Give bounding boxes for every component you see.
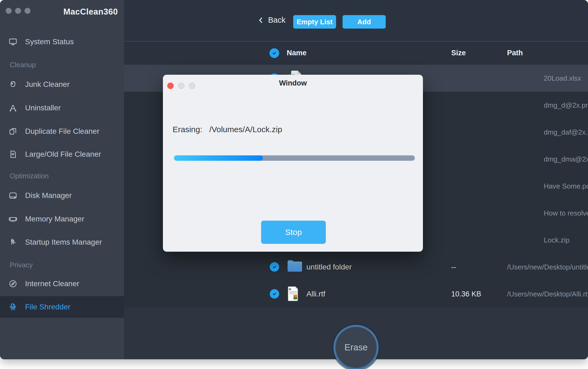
vacuum-icon (8, 80, 18, 89)
chevron-left-icon (257, 17, 264, 24)
row-checkbox[interactable] (270, 262, 279, 272)
table-header: Name Size Path (124, 42, 588, 65)
back-label: Back (268, 16, 285, 25)
back-button[interactable]: Back (257, 16, 285, 25)
sidebar-item-disk-manager[interactable]: Disk Manager (0, 185, 124, 206)
sidebar-item-label: Duplicate File Cleaner (25, 127, 99, 136)
window-close-dot[interactable] (6, 8, 12, 14)
compass-icon (8, 279, 18, 289)
sidebar: MacClean360 System StatusCleanupJunk Cle… (0, 0, 124, 359)
progress-dialog: Window Erasing:/Volumes/A/Lock.zip Stop (163, 75, 423, 252)
screen: MacClean360 System StatusCleanupJunk Cle… (0, 0, 588, 369)
sidebar-item-label: Startup Items Manager (25, 238, 102, 247)
rtf-file-icon (287, 286, 302, 302)
file-path: How to resolve the mac app can no... (544, 200, 588, 227)
dialog-title: Window (163, 79, 423, 87)
file-path: Lock.zip (544, 227, 569, 254)
sidebar-item-internet-cleaner[interactable]: Internet Cleaner (0, 273, 124, 295)
rocket-icon (8, 237, 18, 247)
app-window: MacClean360 System StatusCleanupJunk Cle… (0, 0, 588, 359)
table-row[interactable]: untitled folder--/Users/new/Desktop/unti… (124, 254, 588, 281)
file-size: -- (451, 254, 456, 281)
erasing-path: /Volumes/A/Lock.zip (209, 125, 282, 134)
sidebar-item-label: Large/Old File Cleaner (25, 150, 101, 159)
sidebar-item-label: Uninstaller (25, 104, 61, 112)
select-all-checkbox[interactable] (269, 48, 279, 58)
progress-fill (174, 155, 263, 161)
header-name: Name (287, 49, 307, 57)
file-path: dmg_d@2x.png (544, 92, 588, 119)
sidebar-item-label: Memory Manager (25, 215, 84, 223)
check-icon (272, 291, 277, 297)
sidebar-item-large-old-file-cleaner[interactable]: Large/Old File Cleaner (0, 144, 124, 165)
file-path: /Users/new/Desktop/Alli.rtf (507, 281, 588, 308)
sidebar-item-memory-manager[interactable]: Memory Manager (0, 208, 124, 230)
erase-button[interactable]: Erase (333, 325, 379, 369)
table-row[interactable]: Alli.rtf10.36 KB/Users/new/Desktop/Alli.… (124, 281, 588, 308)
progress-bar (174, 155, 415, 161)
disk-icon (8, 191, 18, 200)
sidebar-item-label: Junk Cleaner (25, 80, 70, 89)
erase-label: Erase (344, 342, 368, 353)
file-path: 20Load.xlsx (544, 65, 581, 92)
file-path: Have Some.pdf (544, 173, 588, 200)
sidebar-item-file-shredder[interactable]: File Shredder (0, 296, 124, 318)
sidebar-item-label: Disk Manager (25, 191, 72, 200)
sidebar-section-label: Optimization (10, 172, 49, 180)
tools-icon (8, 103, 18, 113)
stop-button[interactable]: Stop (261, 221, 326, 244)
row-checkbox[interactable] (270, 289, 279, 299)
file-name: untitled folder (306, 254, 352, 281)
erasing-status: Erasing:/Volumes/A/Lock.zip (173, 125, 282, 134)
erasing-label: Erasing: (173, 125, 202, 134)
header-path: Path (507, 49, 523, 57)
window-zoom-dot[interactable] (25, 8, 30, 14)
file-path: dmg_dma@2x.png (544, 146, 588, 173)
sidebar-item-startup-items-manager[interactable]: Startup Items Manager (0, 231, 124, 253)
memory-icon (8, 214, 18, 224)
header-size: Size (451, 49, 466, 57)
shredder-icon (8, 302, 18, 312)
duplicate-icon (8, 127, 18, 136)
sidebar-item-label: File Shredder (25, 303, 70, 311)
file-path: dmg_daf@2x.png (544, 119, 588, 146)
toolbar: Back Empty List Add (124, 0, 588, 41)
sidebar-item-system-status[interactable]: System Status (0, 31, 124, 53)
empty-list-button[interactable]: Empty List (293, 15, 336, 29)
check-icon (271, 50, 277, 56)
sidebar-item-junk-cleaner[interactable]: Junk Cleaner (0, 74, 124, 95)
sidebar-item-uninstaller[interactable]: Uninstaller (0, 97, 124, 119)
monitor-icon (8, 37, 18, 47)
sidebar-section-label: Privacy (10, 261, 33, 269)
window-minimize-dot[interactable] (15, 8, 21, 14)
file-path: /Users/new/Desktop/untitled folder/untit… (507, 254, 588, 281)
sidebar-item-label: Internet Cleaner (25, 279, 79, 288)
sidebar-item-duplicate-file-cleaner[interactable]: Duplicate File Cleaner (0, 121, 124, 142)
add-button[interactable]: Add (343, 15, 386, 29)
document-icon (8, 149, 18, 159)
sidebar-section-label: Cleanup (10, 61, 36, 69)
app-title: MacClean360 (63, 7, 118, 17)
file-size: 10.36 KB (451, 281, 481, 308)
folder-icon (287, 259, 302, 275)
sidebar-item-label: System Status (25, 37, 74, 46)
check-icon (272, 264, 277, 270)
file-name: Alli.rtf (306, 281, 325, 308)
